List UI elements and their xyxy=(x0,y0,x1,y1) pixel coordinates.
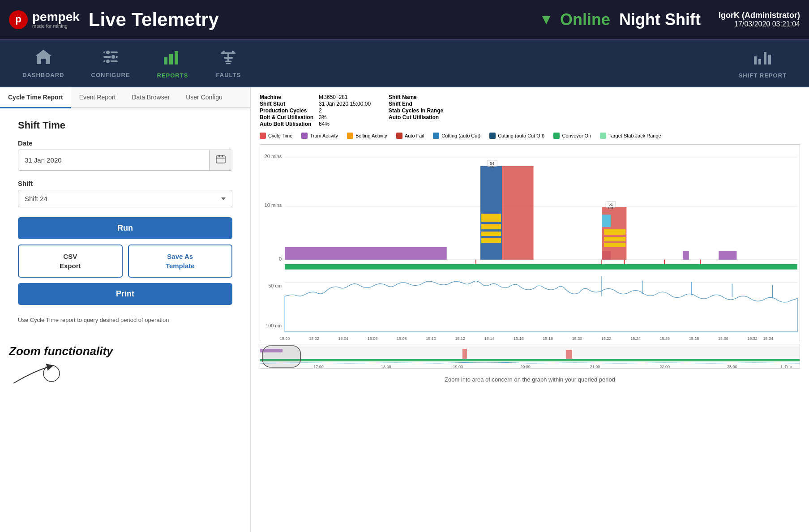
main-content: Cycle Time Report Event Report Data Brow… xyxy=(0,87,809,532)
svg-point-26 xyxy=(43,365,60,382)
svg-rect-95 xyxy=(262,346,300,367)
svg-text:1. Feb: 1. Feb xyxy=(780,365,792,369)
report-info-table: Machine MB650_281 Shift Start 31 Jan 202… xyxy=(260,94,800,127)
run-button[interactable]: Run xyxy=(18,217,232,239)
nav-dashboard[interactable]: DASHBOARD xyxy=(9,44,78,83)
shift-label: Night Shift xyxy=(619,10,701,29)
svg-text:54: 54 xyxy=(490,161,494,166)
chart-container[interactable]: 20 mins 10 mins 0 50 cm 100 cm xyxy=(260,144,800,341)
svg-text:15:20: 15:20 xyxy=(572,336,582,341)
svg-rect-52 xyxy=(481,232,501,236)
btn-row: CSVExport Save AsTemplate xyxy=(18,245,232,278)
svg-text:p: p xyxy=(15,13,21,25)
svg-rect-21 xyxy=(768,55,771,64)
legend-row: Cycle Time Tram Activity Bolting Activit… xyxy=(260,133,800,139)
online-status: Online xyxy=(560,10,610,29)
nav-shift-report[interactable]: SHIFT REPORT xyxy=(725,44,800,83)
info-shift-name-label: Shift Name xyxy=(389,94,443,100)
svg-rect-62 xyxy=(604,243,625,247)
legend-swatch-cutting-auto-cut-off xyxy=(489,133,496,139)
svg-rect-90 xyxy=(260,347,800,358)
info-shift-end-label: Shift End xyxy=(389,101,443,107)
legend-swatch-cutting-auto-cut xyxy=(433,133,439,139)
svg-point-5 xyxy=(111,55,116,59)
svg-rect-60 xyxy=(604,229,625,235)
left-panel: Cycle Time Report Event Report Data Brow… xyxy=(0,87,251,532)
print-button[interactable]: Print xyxy=(18,283,232,305)
svg-text:23:00: 23:00 xyxy=(727,365,737,369)
nav-faults-label: FAULTS xyxy=(216,72,241,78)
tab-user-config[interactable]: User Configu xyxy=(178,87,231,108)
reports-icon xyxy=(163,48,182,69)
svg-rect-24 xyxy=(218,155,220,157)
nav-dashboard-label: DASHBOARD xyxy=(22,72,64,78)
tab-data-browser[interactable]: Data Browser xyxy=(124,87,178,108)
nav-reports[interactable]: REPORTS xyxy=(144,44,202,83)
nav-reports-label: REPORTS xyxy=(157,72,188,79)
tab-event-report[interactable]: Event Report xyxy=(71,87,124,108)
svg-text:15:06: 15:06 xyxy=(368,336,378,341)
info-prod-cycles-label: Production Cycles xyxy=(260,107,313,114)
svg-text:21:00: 21:00 xyxy=(590,365,600,369)
zoom-area: Zoom functionality xyxy=(0,344,250,399)
save-as-template-button[interactable]: Save AsTemplate xyxy=(128,245,233,278)
svg-point-7 xyxy=(106,59,110,64)
info-bolt-cut-value: 3% xyxy=(319,114,371,120)
shift-select[interactable]: Shift 24 Shift 23 Shift 22 Shift 21 xyxy=(18,190,232,207)
info-prod-cycles-value: 2 xyxy=(319,107,371,114)
svg-rect-50 xyxy=(481,214,501,222)
svg-text:15:22: 15:22 xyxy=(601,336,612,341)
dropdown-icon[interactable]: ▼ xyxy=(539,11,553,28)
tab-cycle-time[interactable]: Cycle Time Report xyxy=(0,87,71,108)
legend-label-cutting-auto-cut: Cutting (auto Cut) xyxy=(441,133,480,138)
svg-text:100 cm: 100 cm xyxy=(265,323,282,328)
svg-rect-10 xyxy=(175,51,178,64)
legend-label-auto-fail: Auto Fail xyxy=(405,133,424,138)
svg-rect-9 xyxy=(169,54,173,64)
legend-label-target-stab: Target Stab Jack Range xyxy=(608,133,661,138)
svg-text:17:00: 17:00 xyxy=(313,365,324,369)
minimap-svg: 17:00 18:00 19:00 20:00 21:00 22:00 23:0… xyxy=(260,344,800,369)
svg-text:15:10: 15:10 xyxy=(426,336,436,341)
info-auto-bolt-value: 64% xyxy=(319,121,371,127)
nav-bar: DASHBOARD CONFIGURE REPORTS xyxy=(0,40,809,87)
svg-rect-53 xyxy=(481,238,501,243)
legend-swatch-tram-activity xyxy=(301,133,308,139)
nav-configure[interactable]: CONFIGURE xyxy=(78,44,144,83)
svg-text:15:14: 15:14 xyxy=(484,336,495,341)
svg-text:18:00: 18:00 xyxy=(381,365,391,369)
svg-text:19:00: 19:00 xyxy=(453,365,463,369)
svg-text:15:16: 15:16 xyxy=(514,336,524,341)
minimap-container[interactable]: 17:00 18:00 19:00 20:00 21:00 22:00 23:0… xyxy=(260,344,800,369)
info-text: Use Cycle Time report to query desired p… xyxy=(18,316,232,324)
svg-rect-61 xyxy=(604,237,625,241)
info-machine-value: MB650_281 xyxy=(319,94,371,100)
legend-label-cycle-time: Cycle Time xyxy=(268,133,292,138)
info-machine-label: Machine xyxy=(260,94,313,100)
nav-configure-label: CONFIGURE xyxy=(91,72,130,78)
info-shift-start-label: Shift Start xyxy=(260,101,313,107)
svg-text:15:04: 15:04 xyxy=(338,336,348,341)
legend-swatch-bolting-activity xyxy=(347,133,353,139)
svg-rect-48 xyxy=(480,166,502,260)
csv-export-button[interactable]: CSVExport xyxy=(18,245,123,278)
faults-icon xyxy=(219,49,237,69)
home-icon xyxy=(34,49,52,69)
nav-faults[interactable]: FAULTS xyxy=(201,44,255,83)
right-panel: Machine MB650_281 Shift Start 31 Jan 202… xyxy=(251,87,809,532)
shift-label: Shift xyxy=(18,180,232,187)
legend-cycle-time: Cycle Time xyxy=(260,133,292,139)
date-input[interactable] xyxy=(18,152,209,168)
legend-bolting-activity: Bolting Activity xyxy=(347,133,387,139)
legend-cutting-auto-cut-off: Cutting (auto Cut Off) xyxy=(489,133,544,139)
calendar-icon[interactable] xyxy=(209,150,232,170)
legend-tram-activity: Tram Activity xyxy=(301,133,338,139)
svg-rect-19 xyxy=(758,59,761,64)
svg-text:22:00: 22:00 xyxy=(659,365,670,369)
svg-rect-8 xyxy=(164,57,167,64)
legend-label-bolting-activity: Bolting Activity xyxy=(355,133,387,138)
svg-text:15:02: 15:02 xyxy=(309,336,319,341)
svg-rect-94 xyxy=(566,350,572,359)
legend-conveyor-on: Conveyor On xyxy=(553,133,591,139)
main-chart-svg: 20 mins 10 mins 0 50 cm 100 cm xyxy=(260,145,800,341)
